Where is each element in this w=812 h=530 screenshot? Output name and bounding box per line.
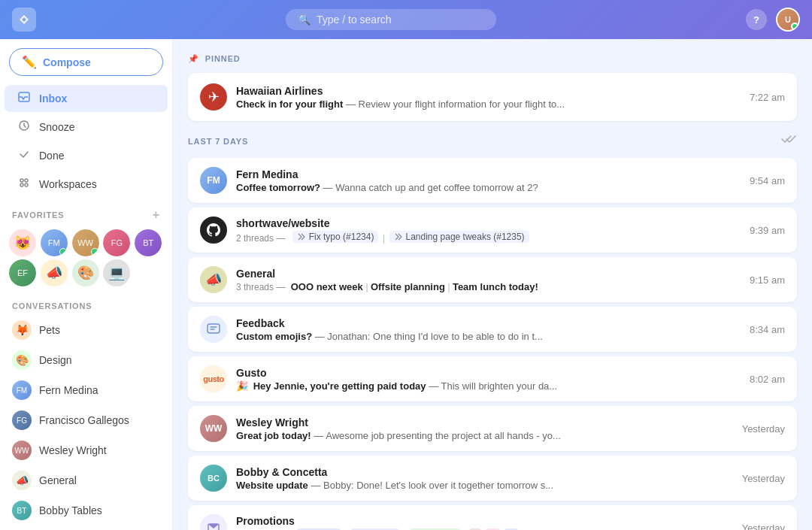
favorite-item[interactable]: 🎨 (72, 259, 99, 286)
email-row-shortwave-website[interactable]: shortwave/website 2 threads — Fix typo (… (188, 207, 797, 253)
email-sender: shortwave/website (236, 217, 741, 229)
bobby-tables-label: Bobby Tables (39, 504, 102, 516)
snooze-label: Snooze (39, 121, 74, 133)
pinned-sender: Hawaiian Airlines (236, 85, 741, 97)
favorite-item[interactable]: BT (135, 229, 162, 256)
promotions-avatar (200, 514, 227, 530)
search-icon: 🔍 (298, 14, 311, 26)
email-sender: General (236, 268, 741, 280)
compose-button[interactable]: ✏️ Compose (9, 48, 163, 76)
email-sender: Promotions (236, 515, 733, 527)
last7days-section-label: LAST 7 DAYS (188, 133, 797, 149)
pinned-preview: Check in for your flight — Review your f… (236, 98, 741, 110)
email-preview-text: — Awesome job presenting the project at … (314, 430, 561, 441)
sidebar-item-bobby-tables[interactable]: BT Bobby Tables (0, 495, 172, 525)
svg-rect-6 (208, 324, 220, 333)
wesley-label: Wesley Wright (39, 444, 107, 456)
email-preview: Great job today! — Awesome job presentin… (236, 430, 733, 441)
search-placeholder: Type / to search (317, 14, 392, 26)
pets-avatar: 🦊 (12, 320, 32, 340)
sidebar-item-done[interactable]: Done (5, 142, 168, 169)
app-logo[interactable] (12, 8, 36, 32)
email-preview: Coffee tomorrow? — Wanna catch up and ge… (236, 182, 741, 193)
email-row-gusto[interactable]: gusto Gusto 🎉 Hey Jennie, you're getting… (188, 356, 797, 401)
francisco-avatar: FG (12, 410, 32, 430)
email-row-fern-coffee[interactable]: FM Fern Medina Coffee tomorrow? — Wanna … (188, 158, 797, 203)
last7days-label-text: LAST 7 DAYS (188, 137, 248, 146)
email-row-feedback[interactable]: Feedback Custom emojis? — Jonathan: One … (188, 307, 797, 352)
email-preview: Website update — Bobby: Done! Let's look… (236, 480, 733, 491)
fern-label: Fern Medina (39, 384, 98, 396)
email-content: General 3 threads — OOO next week | Offs… (236, 268, 741, 292)
email-subject: Custom emojis? (236, 331, 312, 342)
email-sender: Bobby & Concetta (236, 466, 733, 478)
favorites-label: FAVORITES (12, 210, 64, 220)
email-time: 9:54 am (750, 175, 785, 186)
sidebar-item-inbox[interactable]: Inbox (5, 85, 168, 112)
email-sender: Wesley Wright (236, 416, 733, 429)
conversations-header: CONVERSATIONS (0, 292, 172, 315)
email-time: Yesterday (742, 522, 785, 531)
email-row-general[interactable]: 📣 General 3 threads — OOO next week | Of… (188, 257, 797, 302)
sidebar-item-design[interactable]: 🎨 Design (0, 345, 172, 375)
svg-point-3 (25, 179, 28, 182)
mark-all-read-button[interactable] (780, 133, 797, 149)
email-preview: 🎉 Hey Jennie, you're getting paid today … (236, 380, 741, 392)
favorite-item[interactable]: WW (72, 229, 99, 256)
francisco-label: Francisco Gallegos (39, 414, 129, 426)
email-sender: Fern Medina (236, 168, 741, 180)
email-time: Yesterday (742, 423, 785, 435)
fern-avatar: FM (12, 380, 32, 400)
favorite-item[interactable]: FG (103, 229, 130, 256)
help-button[interactable]: ? (746, 9, 767, 30)
pinned-subject: Check in for your flight (236, 98, 343, 110)
sidebar-item-engineering[interactable]: 💻 Engineering (0, 525, 172, 530)
email-subject: Coffee tomorrow? (236, 182, 320, 193)
email-sender: Feedback (236, 317, 741, 329)
favorite-item[interactable]: FM (41, 229, 68, 256)
user-avatar[interactable]: U (776, 8, 800, 32)
email-preview: Custom emojis? — Jonathan: One thing I'd… (236, 331, 741, 342)
topbar-right: ? U (746, 8, 800, 32)
favorite-item[interactable]: EF (9, 259, 36, 286)
bobby-avatar: BT (12, 501, 32, 520)
email-content: Feedback Custom emojis? — Jonathan: One … (236, 317, 741, 342)
wesley-avatar: WW (12, 441, 32, 460)
sidebar-item-pets[interactable]: 🦊 Pets (0, 315, 172, 345)
email-row-promotions[interactable]: Promotions 12 threads — L Loom | N Notio… (188, 505, 797, 530)
sidebar-item-snooze[interactable]: Snooze (5, 114, 168, 141)
pinned-section-label: 📌 PINNED (188, 54, 797, 64)
favorite-item[interactable]: 📣 (41, 259, 68, 286)
email-content: Fern Medina Coffee tomorrow? — Wanna cat… (236, 168, 741, 193)
favorite-item[interactable]: 💻 (103, 259, 130, 286)
email-subject: Hey Jennie, you're getting paid today (253, 380, 426, 392)
pinned-email-hawaiian[interactable]: ✈ Hawaiian Airlines Check in for your fl… (188, 73, 797, 121)
favorite-item[interactable]: 😻 (9, 229, 36, 256)
sidebar-item-fern-medina[interactable]: FM Fern Medina (0, 375, 172, 405)
compose-icon: ✏️ (22, 55, 37, 69)
email-preview: 2 threads — Fix typo (#1234) | Landing p… (236, 231, 741, 244)
email-time: 8:02 am (750, 374, 785, 385)
add-favorite-button[interactable]: + (153, 208, 160, 222)
email-subject: Website update (236, 480, 308, 491)
email-row-wesley-wright[interactable]: WW Wesley Wright Great job today! — Awes… (188, 406, 797, 451)
favorites-header: FAVORITES + (0, 199, 172, 226)
workspaces-icon (17, 177, 32, 192)
email-row-bobby-concetta[interactable]: BC Bobby & Concetta Website update — Bob… (188, 456, 797, 501)
sidebar-item-francisco-gallegos[interactable]: FG Francisco Gallegos (0, 405, 172, 435)
hawaiian-airlines-logo: ✈ (200, 83, 227, 111)
sidebar-item-workspaces[interactable]: Workspaces (5, 171, 168, 198)
sidebar-item-general[interactable]: 📣 General (0, 465, 172, 495)
svg-point-2 (20, 179, 23, 182)
email-preview: 3 threads — OOO next week | Offsite plan… (236, 281, 741, 292)
email-time: 8:34 am (750, 324, 785, 335)
search-bar[interactable]: 🔍 Type / to search (51, 9, 731, 30)
pinned-email-content: Hawaiian Airlines Check in for your flig… (236, 85, 741, 110)
svg-point-5 (25, 183, 28, 186)
email-preview-text: — This will brighten your da... (429, 380, 557, 392)
sidebar-item-wesley-wright[interactable]: WW Wesley Wright (0, 435, 172, 465)
design-label: Design (39, 354, 72, 366)
main-layout: ✏️ Compose Inbox Snooze (0, 39, 812, 530)
pinned-preview-text: — Review your flight information for you… (346, 98, 565, 110)
done-label: Done (39, 150, 64, 162)
